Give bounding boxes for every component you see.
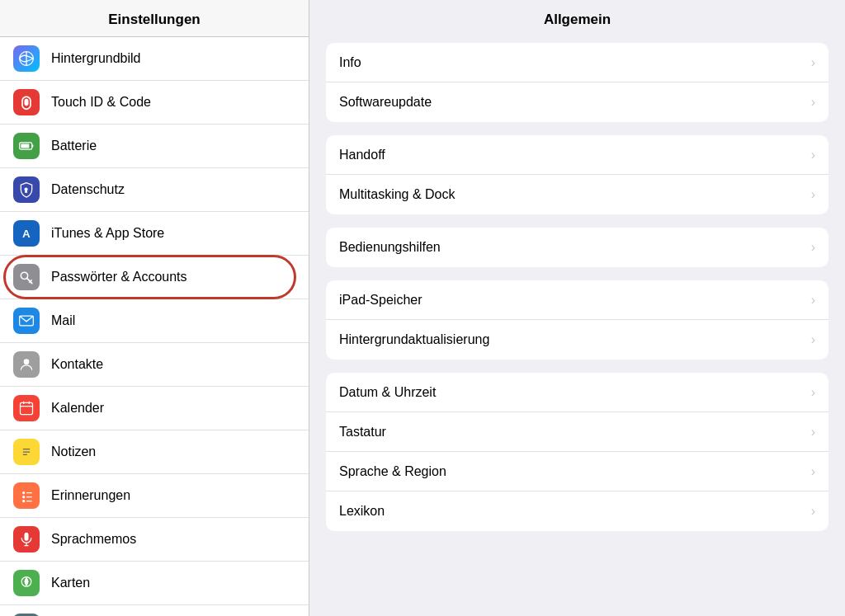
svg-rect-4 <box>21 144 29 148</box>
hintergrundbild-icon <box>13 45 40 72</box>
datenschutz-icon <box>13 176 40 203</box>
datenschutz-label: Datenschutz <box>51 182 125 197</box>
handoff-chevron: › <box>811 148 815 162</box>
svg-rect-26 <box>25 533 29 541</box>
settings-row-sprache-region[interactable]: Sprache & Region › <box>326 452 828 491</box>
settings-group-4: iPad-Speicher › Hintergrundaktualisierun… <box>326 280 828 360</box>
sidebar-item-datenschutz[interactable]: Datenschutz <box>0 168 309 212</box>
softwareupdate-label: Softwareupdate <box>339 95 805 110</box>
batterie-icon <box>13 133 40 159</box>
sidebar-section-2: A iTunes & App Store <box>0 212 309 256</box>
passwoerter-label: Passwörter & Accounts <box>51 270 187 284</box>
touchid-icon <box>13 89 40 115</box>
settings-group-3: Bedienungshilfen › <box>326 228 828 267</box>
itunes-icon: A <box>13 220 40 247</box>
sidebar-section-1: Hintergrundbild Touch ID & Code Batterie… <box>0 37 309 212</box>
sidebar-item-kalender[interactable]: Kalender <box>0 387 309 430</box>
erinnerungen-icon <box>13 482 40 509</box>
settings-group-2: Handoff › Multitasking & Dock › <box>326 135 828 214</box>
settings-row-softwareupdate[interactable]: Softwareupdate › <box>326 82 828 122</box>
sidebar-item-mail[interactable]: Mail <box>0 299 309 343</box>
bedienungshilfen-label: Bedienungshilfen <box>339 240 805 255</box>
main-content: Allgemein Info › Softwareupdate › Handof… <box>309 0 845 616</box>
karten-label: Karten <box>51 576 90 590</box>
svg-text:A: A <box>22 228 31 240</box>
settings-row-bedienungshilfen[interactable]: Bedienungshilfen › <box>326 228 828 267</box>
karten-icon <box>13 570 40 596</box>
settings-row-info[interactable]: Info › <box>326 43 828 82</box>
sidebar-item-touchid[interactable]: Touch ID & Code <box>0 81 309 125</box>
ipad-speicher-label: iPad-Speicher <box>339 293 805 308</box>
multitasking-label: Multitasking & Dock <box>339 187 805 202</box>
tastatur-label: Tastatur <box>339 425 805 440</box>
hintergrundaktualisierung-chevron: › <box>811 332 815 347</box>
svg-rect-12 <box>21 402 33 414</box>
svg-point-22 <box>22 500 25 502</box>
notizen-icon <box>13 439 40 465</box>
settings-row-lexikon[interactable]: Lexikon › <box>326 491 828 531</box>
touchid-label: Touch ID & Code <box>51 95 151 110</box>
bedienungshilfen-chevron: › <box>811 240 815 255</box>
sidebar-section-3: Passwörter & Accounts Mail Kontakte Kale… <box>0 256 309 616</box>
mail-label: Mail <box>51 313 75 328</box>
svg-point-20 <box>22 491 25 494</box>
svg-point-11 <box>24 359 30 364</box>
sprachmemos-label: Sprachmemos <box>51 532 136 547</box>
settings-row-ipad-speicher[interactable]: iPad-Speicher › <box>326 280 828 320</box>
kontakte-icon <box>13 351 40 378</box>
sidebar-item-itunes[interactable]: A iTunes & App Store <box>0 212 309 256</box>
kalender-label: Kalender <box>51 401 104 416</box>
sidebar-item-karten[interactable]: Karten <box>0 562 309 605</box>
settings-row-multitasking[interactable]: Multitasking & Dock › <box>326 175 828 214</box>
datum-uhrzeit-chevron: › <box>811 385 815 400</box>
info-label: Info <box>339 55 805 70</box>
sidebar-item-kontakte[interactable]: Kontakte <box>0 343 309 387</box>
ipad-speicher-chevron: › <box>811 293 815 308</box>
svg-point-21 <box>22 496 25 498</box>
sidebar-title: Einstellungen <box>0 0 309 37</box>
info-chevron: › <box>811 55 815 70</box>
notizen-label: Notizen <box>51 444 96 459</box>
sidebar-item-sprachmemos[interactable]: Sprachmemos <box>0 518 309 562</box>
datum-uhrzeit-label: Datum & Uhrzeit <box>339 385 805 400</box>
sidebar-item-hintergrundbild[interactable]: Hintergrundbild <box>0 37 309 81</box>
kalender-icon <box>13 395 40 421</box>
lexikon-label: Lexikon <box>339 504 805 519</box>
batterie-label: Batterie <box>51 139 97 153</box>
kontakte-label: Kontakte <box>51 357 103 372</box>
sidebar-item-batterie[interactable]: Batterie <box>0 125 309 168</box>
softwareupdate-chevron: › <box>811 95 815 110</box>
sprachmemos-icon <box>13 526 40 553</box>
mail-icon <box>13 308 40 334</box>
settings-group-5: Datum & Uhrzeit › Tastatur › Sprache & R… <box>326 373 828 531</box>
sprache-region-label: Sprache & Region <box>339 464 805 479</box>
main-title: Allgemein <box>309 0 845 36</box>
settings-row-handoff[interactable]: Handoff › <box>326 135 828 175</box>
sidebar: Einstellungen Hintergrundbild Touch ID &… <box>0 0 309 616</box>
multitasking-chevron: › <box>811 187 815 202</box>
settings-row-tastatur[interactable]: Tastatur › <box>326 412 828 452</box>
sidebar-item-passwoerter[interactable]: Passwörter & Accounts <box>0 256 309 299</box>
hintergrundaktualisierung-label: Hintergrundaktualisierung <box>339 332 805 347</box>
settings-row-datum-uhrzeit[interactable]: Datum & Uhrzeit › <box>326 373 828 412</box>
settings-group-1: Info › Softwareupdate › <box>326 43 828 122</box>
sidebar-item-erinnerungen[interactable]: Erinnerungen <box>0 474 309 518</box>
sidebar-item-massband[interactable]: Maßband <box>0 605 309 616</box>
handoff-label: Handoff <box>339 148 805 162</box>
sidebar-item-notizen[interactable]: Notizen <box>0 430 309 474</box>
sprache-region-chevron: › <box>811 464 815 479</box>
erinnerungen-label: Erinnerungen <box>51 488 130 503</box>
passwoerter-icon <box>13 264 40 290</box>
tastatur-chevron: › <box>811 425 815 440</box>
lexikon-chevron: › <box>811 504 815 519</box>
hintergrundbild-label: Hintergrundbild <box>51 51 141 66</box>
settings-row-hintergrundaktualisierung[interactable]: Hintergrundaktualisierung › <box>326 320 828 360</box>
svg-line-8 <box>31 280 32 281</box>
itunes-label: iTunes & App Store <box>51 226 164 241</box>
svg-rect-3 <box>32 144 34 147</box>
